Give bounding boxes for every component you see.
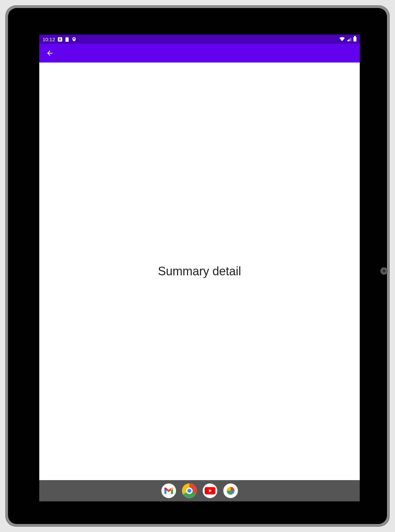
back-button[interactable] (43, 47, 57, 60)
navigation-bar (39, 480, 360, 501)
youtube-icon (205, 487, 215, 494)
chrome-app-icon[interactable] (182, 483, 197, 498)
status-time: 10:12 (43, 37, 55, 42)
photos-app-icon[interactable] (223, 483, 238, 498)
photos-icon (226, 486, 235, 495)
camera-dot (380, 267, 388, 275)
keyboard-a-icon: A (58, 37, 62, 42)
status-bar: 10:12 A (39, 35, 360, 44)
wifi-icon (339, 37, 345, 41)
signal-icon (347, 37, 351, 41)
youtube-app-icon[interactable] (203, 483, 217, 498)
status-left: 10:12 A (43, 37, 76, 42)
battery-icon (353, 37, 356, 42)
tablet-bezel: 10:12 A (8, 8, 387, 524)
screen: 10:12 A (39, 35, 360, 501)
app-bar (39, 44, 360, 63)
tablet-frame: 10:12 A (6, 6, 389, 526)
gmail-app-icon[interactable] (161, 483, 176, 498)
shield-icon (72, 37, 76, 42)
arrow-back-icon (46, 49, 54, 57)
status-right (339, 37, 356, 42)
chrome-icon (182, 483, 197, 498)
content-area: Summary detail (39, 63, 360, 480)
gmail-icon (164, 487, 173, 494)
page-title: Summary detail (158, 264, 241, 278)
clipboard-icon (65, 37, 69, 42)
